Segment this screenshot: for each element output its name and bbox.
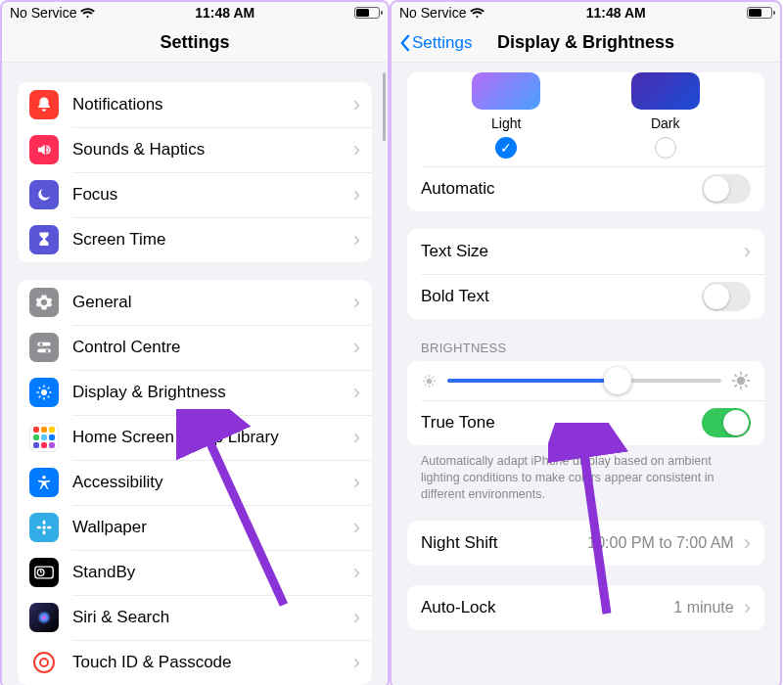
- appearance-group: Light ✓ Dark Automatic: [407, 72, 764, 211]
- nightshift-group: Night Shift 10:00 PM to 7:00 AM ›: [407, 521, 764, 566]
- brightness-header: BRIGHTNESS: [421, 341, 751, 355]
- settings-row-label: Display & Brightness: [72, 383, 347, 402]
- page-title: Display & Brightness: [497, 32, 674, 53]
- settings-content: Notifications › Sounds & Haptics › Focus…: [2, 63, 388, 685]
- settings-row-label: Notifications: [72, 95, 347, 114]
- radio-unchecked-icon: [655, 137, 676, 159]
- svg-line-41: [745, 375, 747, 377]
- flower-icon: [29, 513, 59, 542]
- settings-row-sounds[interactable]: Sounds & Haptics ›: [18, 127, 372, 172]
- chevron-right-icon: ›: [353, 182, 360, 207]
- settings-row-wallpaper[interactable]: Wallpaper ›: [18, 505, 372, 550]
- accessibility-icon: [29, 468, 59, 497]
- row-label: True Tone: [421, 413, 495, 433]
- brightness-group: True Tone: [407, 361, 764, 445]
- chevron-right-icon: ›: [353, 425, 360, 450]
- nav-header: Settings: [2, 23, 388, 63]
- svg-line-9: [39, 388, 41, 389]
- settings-row-label: Control Centre: [72, 338, 347, 357]
- chevron-right-icon: ›: [744, 595, 751, 620]
- settings-row-focus[interactable]: Focus ›: [18, 172, 372, 217]
- svg-point-15: [43, 521, 46, 525]
- settings-row-touchid[interactable]: Touch ID & Passcode ›: [18, 640, 372, 685]
- settings-row-homescreen[interactable]: Home Screen & App Library ›: [18, 415, 372, 460]
- chevron-right-icon: ›: [353, 92, 360, 117]
- truetone-toggle[interactable]: [702, 408, 751, 437]
- settings-row-accessibility[interactable]: Accessibility ›: [18, 460, 372, 505]
- svg-line-12: [48, 388, 50, 389]
- text-group: Text Size › Bold Text: [407, 229, 764, 319]
- radio-checked-icon: ✓: [495, 137, 517, 159]
- svg-point-18: [47, 526, 52, 529]
- svg-point-4: [41, 389, 47, 395]
- moon-icon: [29, 180, 59, 209]
- scroll-indicator[interactable]: [383, 72, 386, 141]
- svg-point-2: [40, 342, 43, 345]
- settings-row-notifications[interactable]: Notifications ›: [18, 82, 372, 127]
- fingerprint-icon: [29, 648, 59, 677]
- svg-point-13: [42, 476, 46, 480]
- display-brightness-screen: No Service 11:48 AM Settings Display & B…: [392, 2, 780, 685]
- chevron-right-icon: ›: [353, 470, 360, 495]
- autolock-row[interactable]: Auto-Lock 1 minute ›: [407, 585, 764, 630]
- settings-row-general[interactable]: General ›: [18, 280, 372, 325]
- display-content: Light ✓ Dark Automatic Text Size ›: [392, 63, 780, 685]
- settings-row-label: General: [72, 293, 347, 312]
- automatic-row[interactable]: Automatic: [407, 166, 764, 211]
- chevron-right-icon: ›: [353, 515, 360, 540]
- chevron-right-icon: ›: [353, 227, 360, 252]
- bold-text-row[interactable]: Bold Text: [407, 274, 764, 319]
- nav-header: Settings Display & Brightness: [392, 23, 780, 63]
- autolock-group: Auto-Lock 1 minute ›: [407, 585, 764, 630]
- settings-row-siri[interactable]: Siri & Search ›: [18, 595, 372, 640]
- settings-row-label: Wallpaper: [72, 518, 347, 537]
- light-preview-icon: [472, 72, 540, 110]
- wifi-icon: [470, 8, 484, 19]
- text-size-row[interactable]: Text Size ›: [407, 229, 764, 274]
- appearance-light-option[interactable]: Light ✓: [472, 76, 540, 159]
- row-label: Auto-Lock: [421, 598, 496, 617]
- settings-row-label: Home Screen & App Library: [72, 428, 347, 447]
- hourglass-icon: [29, 225, 59, 254]
- back-button[interactable]: Settings: [399, 33, 472, 53]
- settings-row-label: Touch ID & Passcode: [72, 653, 347, 672]
- settings-row-control-centre[interactable]: Control Centre ›: [18, 325, 372, 370]
- appearance-label: Dark: [651, 115, 680, 131]
- chevron-left-icon: [399, 34, 410, 52]
- brightness-slider[interactable]: [447, 379, 721, 383]
- svg-line-29: [425, 376, 426, 377]
- settings-group-1: Notifications › Sounds & Haptics › Focus…: [18, 82, 372, 262]
- carrier-text: No Service: [399, 5, 466, 21]
- svg-line-39: [745, 385, 747, 387]
- chevron-right-icon: ›: [353, 290, 360, 315]
- truetone-row[interactable]: True Tone: [407, 400, 764, 445]
- svg-point-16: [43, 530, 46, 535]
- bold-text-toggle[interactable]: [702, 282, 751, 311]
- nightshift-row[interactable]: Night Shift 10:00 PM to 7:00 AM ›: [407, 521, 764, 566]
- automatic-toggle[interactable]: [702, 174, 751, 204]
- svg-point-17: [37, 526, 42, 529]
- chevron-right-icon: ›: [353, 650, 360, 675]
- svg-line-11: [39, 396, 41, 398]
- clock-icon: [29, 558, 59, 587]
- settings-row-screentime[interactable]: Screen Time ›: [18, 217, 372, 262]
- status-bar: No Service 11:48 AM: [2, 2, 388, 23]
- chevron-right-icon: ›: [744, 530, 751, 556]
- svg-point-14: [42, 525, 46, 529]
- siri-icon: [29, 603, 59, 632]
- sun-small-icon: [421, 373, 438, 389]
- settings-screen: No Service 11:48 AM Settings Notificatio…: [2, 2, 388, 685]
- svg-point-3: [46, 349, 49, 352]
- wifi-icon: [80, 8, 95, 19]
- battery-icon: [354, 7, 380, 19]
- back-label: Settings: [412, 33, 472, 53]
- appearance-dark-option[interactable]: Dark: [631, 76, 700, 159]
- app-grid-icon: [29, 423, 59, 452]
- brightness-slider-row[interactable]: [407, 361, 764, 400]
- settings-row-display-brightness[interactable]: Display & Brightness ›: [18, 370, 372, 415]
- gear-icon: [29, 288, 59, 317]
- page-title: Settings: [160, 32, 229, 53]
- svg-line-40: [735, 385, 737, 387]
- settings-row-standby[interactable]: StandBy ›: [18, 550, 372, 595]
- carrier-text: No Service: [10, 5, 76, 21]
